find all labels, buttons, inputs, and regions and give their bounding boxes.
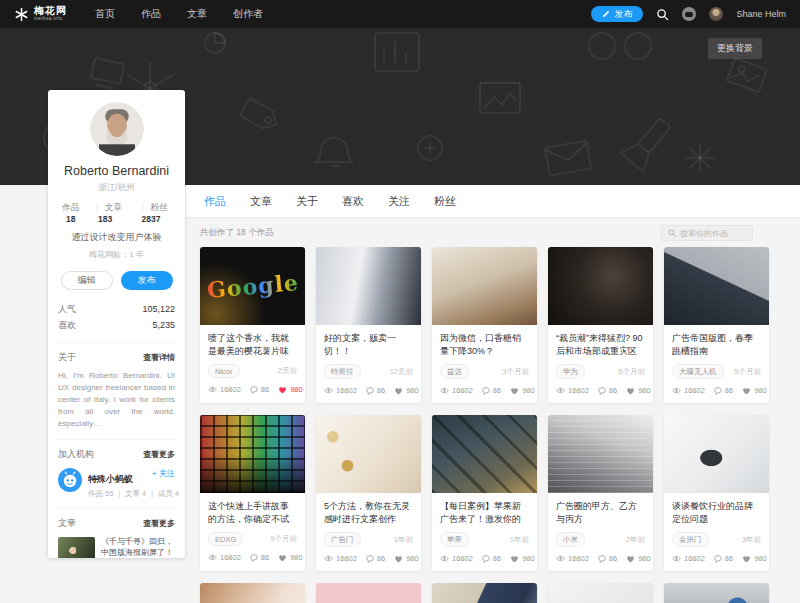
work-tag[interactable]: 华为 <box>556 364 585 379</box>
articles-more-link[interactable]: 查看更多 <box>143 518 175 529</box>
work-time: 1年前 <box>394 535 413 545</box>
org-more-link[interactable]: 查看更多 <box>143 449 175 460</box>
likes-stat[interactable]: 980 <box>510 554 535 563</box>
profile-tab[interactable]: 粉丝 <box>434 194 456 209</box>
work-card[interactable]: 广告帝国版图，春季跳槽指南 大疆无人机 5个月前 16802 <box>664 247 769 403</box>
comments-stat: 86 <box>714 554 733 563</box>
work-card[interactable]: “裁员潮”来得猛烈? 90后和市场部成重灾区 华为 5个月前 <box>548 247 653 403</box>
header-publish-button[interactable]: 发布 <box>591 6 643 22</box>
work-thumbnail <box>316 583 421 603</box>
eye-icon <box>556 387 565 394</box>
work-tag[interactable]: EDXG <box>208 532 243 546</box>
likes-stat[interactable]: 980 <box>394 386 419 395</box>
work-title: 广告帝国版图，春季跳槽指南 <box>672 332 761 358</box>
eye-icon <box>324 555 333 562</box>
views-stat: 16802 <box>440 386 473 395</box>
likes-stat[interactable]: 980 <box>742 554 767 563</box>
article-item[interactable]: 《千与千寻》回归，中国版海报刷屏了！ 5小时前 <box>58 537 175 558</box>
work-tag[interactable]: 金拱门 <box>672 532 709 547</box>
publish-button[interactable]: 发布 <box>121 271 173 290</box>
edit-button[interactable]: 编辑 <box>61 271 113 290</box>
org-item[interactable]: 特殊小蚂蚁 作品 55 ｜ 文章 4 ｜ 成员 4 + 关注 <box>58 468 175 499</box>
profile-site-age: 梅花网龄：1 年 <box>58 249 175 260</box>
top-bar: 梅花网 meihua.info 首页作品文章创作者 发布 Shane Helm <box>0 0 800 28</box>
profile-name: Roberto Bernardini <box>58 164 175 178</box>
work-card[interactable]: Google 喷了这个香水，我就是最美的樱花薯片味女孩儿! Nicor 2天前 <box>200 247 305 403</box>
user-name[interactable]: Shane Helm <box>736 9 786 19</box>
works-search-input[interactable] <box>680 229 746 238</box>
change-background-button[interactable]: 更换背景 <box>708 38 762 59</box>
comment-icon <box>598 555 606 563</box>
profile-tab[interactable]: 喜欢 <box>342 194 364 209</box>
work-tag[interactable]: 益达 <box>440 364 469 379</box>
work-tag[interactable]: Nicor <box>208 364 240 378</box>
eye-icon <box>672 387 681 394</box>
heart-icon <box>278 554 287 562</box>
work-card[interactable] <box>200 583 305 603</box>
eye-icon <box>440 555 449 562</box>
work-thumbnail <box>664 415 769 493</box>
heart-icon <box>510 387 519 395</box>
top-nav-item[interactable]: 文章 <box>187 7 207 21</box>
work-card[interactable] <box>432 583 537 603</box>
heart-icon <box>626 555 635 563</box>
comment-icon <box>482 555 490 563</box>
comments-stat: 86 <box>482 554 501 563</box>
likes-stat[interactable]: 980 <box>510 386 535 395</box>
likes-stat[interactable]: 980 <box>626 386 651 395</box>
site-logo[interactable]: 梅花网 meihua.info <box>14 6 67 22</box>
work-tag[interactable]: 大疆无人机 <box>672 364 724 379</box>
work-thumbnail <box>548 583 653 603</box>
likes-stat[interactable]: 980 <box>278 385 303 394</box>
likes-stat[interactable]: 980 <box>278 553 303 562</box>
work-card[interactable]: 好的文案，贩卖一切！！ 特斯拉 12天前 16802 <box>316 247 421 403</box>
work-card[interactable]: 这个快速上手讲故事的方法，你确定不试试? EDXG 9个月前 <box>200 415 305 571</box>
work-card[interactable] <box>548 583 653 603</box>
org-avatar <box>58 468 82 492</box>
profile-tab[interactable]: 作品 <box>204 194 226 209</box>
work-card-body: 广告圈的甲方、乙方与丙方 小米 2年前 16802 <box>548 493 653 571</box>
eye-icon <box>324 387 333 394</box>
profile-tab[interactable]: 关注 <box>388 194 410 209</box>
profile-stat: 作品 18 <box>58 202 83 224</box>
top-nav-item[interactable]: 首页 <box>95 7 115 21</box>
user-avatar[interactable] <box>709 7 723 21</box>
likes-stat[interactable]: 980 <box>626 554 651 563</box>
comment-icon <box>366 387 374 395</box>
work-card[interactable]: 广告圈的甲方、乙方与丙方 小米 2年前 16802 <box>548 415 653 571</box>
message-icon[interactable] <box>682 7 696 21</box>
work-tag[interactable]: 广告门 <box>324 532 361 547</box>
about-more-link[interactable]: 查看详情 <box>143 352 175 363</box>
work-thumbnail <box>432 247 537 325</box>
work-card[interactable]: 5个方法，教你在无灵感时进行文案创作 广告门 1年前 168 <box>316 415 421 571</box>
work-card[interactable]: 【每日案例】苹果新广告来了！激发你的隐私欲！ 苹果 1年前 <box>432 415 537 571</box>
heart-icon <box>742 555 751 563</box>
page: 梅花网 meihua.info 首页作品文章创作者 发布 Shane Helm <box>0 0 800 603</box>
work-card[interactable] <box>316 583 421 603</box>
profile-tab[interactable]: 关于 <box>296 194 318 209</box>
work-tag[interactable]: 小米 <box>556 532 585 547</box>
work-title: 喷了这个香水，我就是最美的樱花薯片味女孩儿! <box>208 332 297 358</box>
work-tag[interactable]: 苹果 <box>440 532 469 547</box>
top-nav-item[interactable]: 作品 <box>141 7 161 21</box>
work-time: 3个月前 <box>502 367 529 377</box>
articles-section: 文章 查看更多 《千与千寻》回归，中国版海报刷屏了！ 5小时前 <box>58 508 175 558</box>
profile-tab[interactable]: 文章 <box>250 194 272 209</box>
profile-avatar[interactable] <box>90 102 144 156</box>
org-section: 加入机构 查看更多 特殊小蚂蚁 作品 55 ｜ 文章 4 ｜ 成员 4 + 关注 <box>58 439 175 499</box>
work-card-body: 5个方法，教你在无灵感时进行文案创作 广告门 1年前 168 <box>316 493 421 571</box>
work-card-body: 好的文案，贩卖一切！！ 特斯拉 12天前 16802 <box>316 325 421 403</box>
work-time: 5个月前 <box>734 367 761 377</box>
work-card[interactable] <box>664 583 769 603</box>
work-card[interactable]: 谈谈餐饮行业的品牌定位问题 金拱门 3年前 16802 <box>664 415 769 571</box>
work-time: 1年前 <box>510 535 529 545</box>
top-nav-item[interactable]: 创作者 <box>233 7 263 21</box>
article-title: 《千与千寻》回归，中国版海报刷屏了！ <box>101 537 175 558</box>
org-follow-link[interactable]: + 关注 <box>152 468 175 479</box>
search-icon[interactable] <box>656 8 669 21</box>
work-card[interactable]: 因为微信，口香糖销量下降30%？ 益达 3个月前 16802 <box>432 247 537 403</box>
likes-stat[interactable]: 980 <box>742 386 767 395</box>
likes-stat[interactable]: 980 <box>394 554 419 563</box>
work-tag[interactable]: 特斯拉 <box>324 364 361 379</box>
work-time: 2天前 <box>278 366 297 376</box>
